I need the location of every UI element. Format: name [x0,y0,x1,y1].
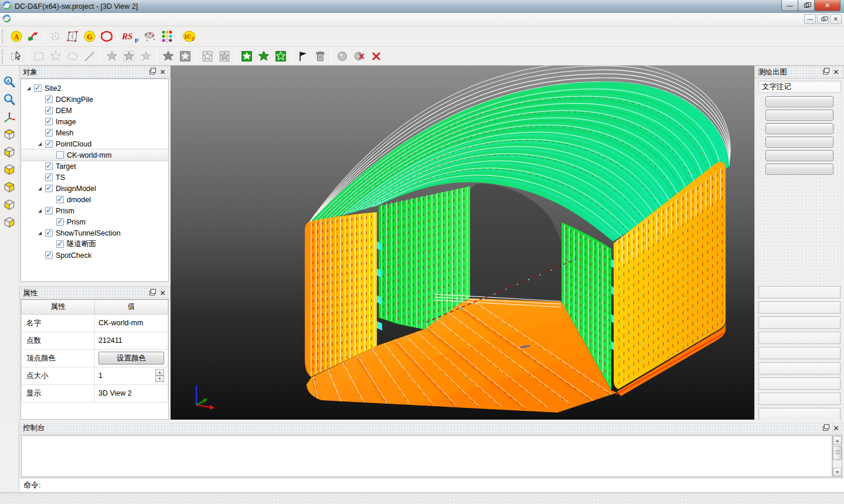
zoom-icon[interactable] [2,91,17,107]
float-panel-button[interactable] [148,289,156,298]
menu-item[interactable] [120,13,132,26]
view-bottom-icon[interactable] [2,144,17,160]
mapping-panel-titlebar[interactable]: 测绘出图 ✕ [754,66,844,79]
flag-mark-icon[interactable] [294,48,311,64]
line-select-icon[interactable] [81,48,98,64]
load-selection-icon[interactable] [216,48,233,64]
view-right-icon[interactable] [2,214,17,230]
toolbar-grip[interactable] [2,29,5,43]
select-outside-icon[interactable] [120,48,137,64]
expander-icon[interactable] [37,185,44,192]
console-scrollbar[interactable]: ▲ ▼ [832,435,842,477]
close-panel-button[interactable]: ✕ [158,289,167,298]
checkbox[interactable] [45,96,53,103]
stepper-down-icon[interactable]: ▼ [155,376,164,382]
category-bar[interactable] [758,347,840,359]
coordinate-convert-icon[interactable]: 1C2 [181,28,198,45]
text-annotation-header[interactable]: 文字注记 [758,81,841,93]
tree-item[interactable]: PointCloud [21,138,168,149]
axis-view-icon[interactable] [2,109,17,125]
menu-item[interactable] [132,13,144,26]
expander-icon[interactable] [37,207,44,214]
annotation-button[interactable] [765,96,833,107]
select-all-icon[interactable] [159,48,176,64]
category-bar[interactable] [758,316,840,329]
checkbox[interactable] [45,251,53,259]
checkbox[interactable] [56,240,64,248]
checkbox[interactable] [45,207,53,214]
pick-select-icon[interactable] [8,48,25,64]
cancel-icon[interactable] [367,48,384,64]
menu-item[interactable] [108,13,120,26]
checkbox[interactable] [45,140,53,148]
accept-selection-icon[interactable] [255,48,272,64]
invert-selection-icon[interactable] [176,48,193,64]
select-intersect-icon[interactable] [137,48,154,64]
tree-item[interactable]: Image [21,116,168,127]
annotation-button[interactable] [765,137,833,148]
pointcloud-register-icon[interactable] [141,28,158,45]
checkbox[interactable] [34,84,42,92]
category-bar[interactable] [758,377,840,390]
checkbox[interactable] [45,107,53,114]
point-size-value[interactable]: 1 [98,372,103,380]
category-bar[interactable] [758,301,840,314]
category-bar[interactable] [758,286,840,298]
tree-item[interactable]: Prism [21,205,168,216]
annotation-button[interactable] [765,150,833,161]
set-color-button[interactable]: 设置颜色 [98,352,164,365]
expander-icon[interactable] [37,230,44,237]
polygon-select-icon[interactable] [47,48,64,64]
menu-item[interactable] [73,13,85,26]
checkbox[interactable] [56,196,64,203]
annotation-a-icon[interactable]: A [8,28,25,45]
mesh-box-icon[interactable] [64,28,81,45]
zoom-all-icon[interactable]: A [2,74,17,90]
view-back-icon[interactable] [2,179,17,195]
tree-item[interactable]: DEM [21,105,168,116]
view-left-icon[interactable] [2,197,17,213]
rect-select-icon[interactable] [30,48,47,64]
classify-grid-icon[interactable] [158,28,175,45]
tree-item[interactable]: dmodel [21,194,168,205]
checkbox[interactable] [45,162,53,170]
close-panel-button[interactable]: ✕ [158,68,167,77]
menu-item[interactable] [97,13,108,26]
scrollbar-thumb[interactable] [833,446,842,460]
restore-button[interactable] [798,0,815,11]
float-panel-button[interactable] [821,68,830,77]
float-panel-button[interactable] [821,424,830,433]
category-bar[interactable] [758,362,840,374]
pointcloud-gray-icon[interactable] [47,28,64,45]
annotation-button[interactable] [765,164,833,175]
checkbox[interactable] [45,229,53,237]
menu-item[interactable] [38,13,50,26]
sphere-tool-icon[interactable] [333,48,350,64]
save-selection-icon[interactable] [199,48,216,64]
annotation-button[interactable] [765,123,833,134]
tree-item[interactable]: CK-world-mm [21,149,168,161]
category-bar[interactable] [758,393,840,405]
expander-icon[interactable] [37,141,44,148]
view-front-icon[interactable] [2,162,17,178]
console-log[interactable] [21,435,832,477]
mdi-restore-button[interactable] [817,14,829,24]
accept-outside-icon[interactable] [272,48,289,64]
objects-panel-titlebar[interactable]: 对象 ✕ [19,66,171,79]
scroll-up-icon[interactable]: ▲ [833,436,842,445]
close-button[interactable]: ✕ [814,0,840,11]
annotation-g-icon[interactable]: G [81,28,98,45]
checkbox[interactable] [45,129,53,137]
command-line[interactable]: 命令: [19,478,844,493]
checkbox[interactable] [56,218,64,226]
category-bar[interactable] [758,332,840,344]
menu-item[interactable] [26,13,38,26]
annotation-button[interactable] [765,110,833,121]
scroll-down-icon[interactable]: ▼ [833,468,842,476]
tree-item[interactable]: Prism [21,216,168,227]
stepper-up-icon[interactable]: ▲ [155,369,164,376]
tree-item[interactable]: Target [21,161,168,172]
tree-item[interactable]: Site2 [21,83,168,94]
menu-item[interactable] [15,13,26,26]
select-inside-icon[interactable] [103,48,120,64]
